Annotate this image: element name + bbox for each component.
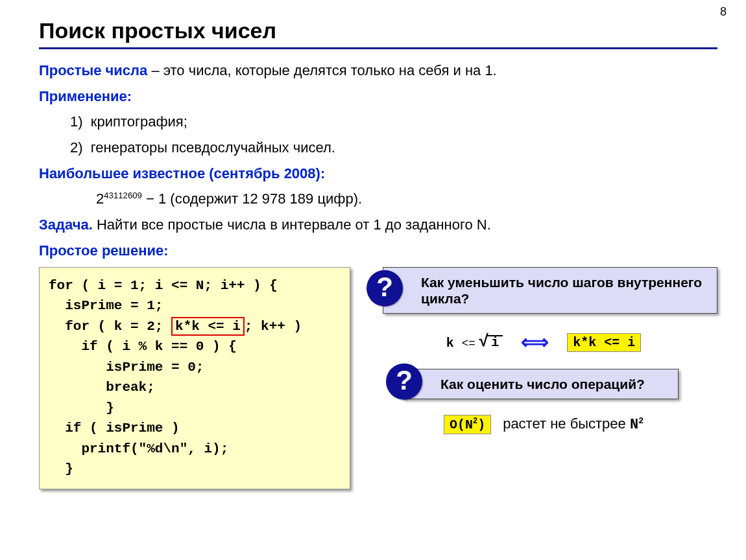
slide-content: Поиск простых чисел Простые числа – это … xyxy=(0,0,746,489)
intro-label: Простые числа xyxy=(39,62,147,78)
title-underline xyxy=(39,47,717,49)
page-number: 8 xyxy=(720,5,727,19)
intro-line: Простые числа – это числа, которые делят… xyxy=(39,61,717,80)
largest-base: 2 xyxy=(96,191,104,207)
intro-text: – это числа, которые делятся только на с… xyxy=(147,62,496,78)
formula-row: k <= √i ⟺ k*k <= i xyxy=(370,331,717,355)
largest-known-label: Наибольшее известное (сентябрь 2008): xyxy=(39,164,717,183)
formula-left: k <= √i xyxy=(446,332,503,352)
largest-rest: − 1 (содержит 12 978 189 цифр). xyxy=(142,191,362,207)
question-box-2: ? Как оценить число операций? xyxy=(402,369,679,399)
sqrt-icon: √i xyxy=(479,332,503,352)
question-mark-icon: ? xyxy=(367,270,403,306)
question1-text: Как уменьшить число шагов внутреннего ци… xyxy=(421,275,702,306)
question2-text: Как оценить число операций? xyxy=(440,377,645,391)
task-label: Задача. xyxy=(39,216,93,233)
growth-text: растет не быстрее N2 xyxy=(503,415,644,433)
application-item-1: 1) криптография; xyxy=(39,112,717,132)
formula-equivalent: k*k <= i xyxy=(567,333,641,352)
question-box-1: ? Как уменьшить число шагов внутреннего … xyxy=(383,267,717,314)
application-label: Применение: xyxy=(39,87,717,106)
code-block: for ( i = 1; i <= N; i++ ) { isPrime = 1… xyxy=(39,267,350,489)
solution-label: Простое решение: xyxy=(39,241,717,261)
complexity-chip: O(N2) xyxy=(444,415,491,434)
largest-exponent: 43112609 xyxy=(104,191,142,200)
largest-known-value: 243112609 − 1 (содержит 12 978 189 цифр)… xyxy=(39,189,717,209)
complexity-row: O(N2) растет не быстрее N2 xyxy=(370,415,717,434)
question-mark-icon: ? xyxy=(386,364,422,400)
application-item-2: 2) генераторы псевдослучайных чисел. xyxy=(39,138,717,158)
code-highlight: k*k <= i xyxy=(171,317,245,336)
task-text: Найти все простые числа в интервале от 1… xyxy=(93,216,491,233)
slide-title: Поиск простых чисел xyxy=(39,18,717,43)
double-arrow-icon: ⟺ xyxy=(521,331,549,355)
task-line: Задача. Найти все простые числа в интерв… xyxy=(39,215,717,235)
